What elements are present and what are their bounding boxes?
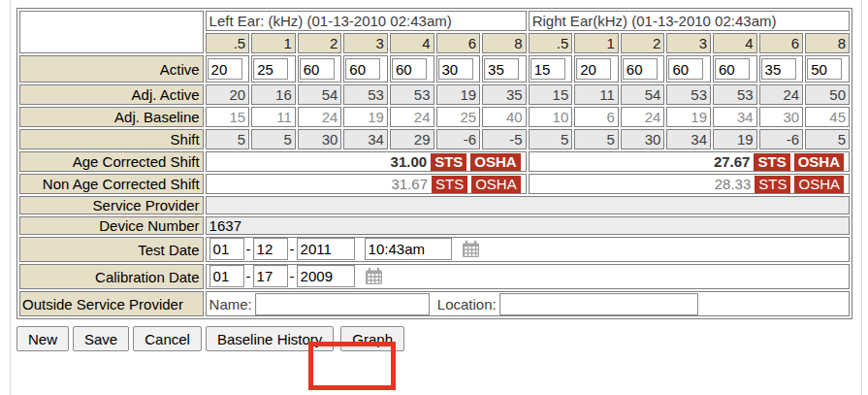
non-age-corrected-right-cell: 28.33STSOSHA bbox=[529, 174, 850, 194]
shift-left-2: 30 bbox=[298, 129, 342, 149]
sts-badge: STS bbox=[432, 176, 467, 193]
shift-left-6: -6 bbox=[436, 129, 481, 149]
active-input-left-4[interactable] bbox=[392, 58, 427, 80]
shift-left-3: 34 bbox=[343, 129, 388, 149]
non-age-corrected-left-cell: 31.67STSOSHA bbox=[206, 174, 527, 194]
test-date-cell: -- bbox=[206, 237, 850, 262]
save-button[interactable]: Save bbox=[73, 326, 129, 351]
shift-right-3: 34 bbox=[666, 129, 711, 149]
adj-baseline-left-8: 40 bbox=[482, 107, 527, 127]
active-input-left-8[interactable] bbox=[484, 58, 519, 80]
adj-active-left-1: 16 bbox=[251, 84, 296, 105]
osp-location-label: Location: bbox=[437, 296, 497, 313]
freq-right-6: 6 bbox=[759, 33, 804, 53]
outside-service-provider-row: Outside Service Provider Name:Location: bbox=[19, 291, 850, 316]
adj-active-left-8: 35 bbox=[482, 84, 527, 105]
osp-name-input[interactable] bbox=[255, 293, 430, 315]
test-date-label: Test Date bbox=[19, 237, 204, 262]
calibration-date-row: Calibration Date -- bbox=[19, 264, 850, 289]
graph-button[interactable]: Graph bbox=[340, 326, 404, 351]
adj-active-right-8: 50 bbox=[805, 84, 850, 105]
cancel-button[interactable]: Cancel bbox=[133, 326, 202, 351]
date-separator: - bbox=[246, 241, 251, 257]
freq-right-05: .5 bbox=[529, 33, 573, 53]
freq-right-4: 4 bbox=[713, 33, 757, 53]
osha-badge: OSHA bbox=[794, 176, 844, 193]
calendar-icon[interactable] bbox=[462, 245, 480, 261]
date-separator: - bbox=[290, 241, 295, 257]
left-ear-header: Left Ear: (kHz) (01-13-2010 02:43am) bbox=[206, 11, 527, 31]
non-age-corrected-left-value: 31.67 bbox=[391, 176, 428, 192]
age-corrected-left-cell: 31.00STSOSHA bbox=[206, 151, 527, 172]
adj-baseline-left-6: 25 bbox=[436, 107, 481, 127]
shift-right-4: 19 bbox=[713, 129, 757, 149]
calibration-date-cell: -- bbox=[206, 264, 850, 289]
active-input-left-2[interactable] bbox=[300, 58, 335, 80]
test-date-month-input[interactable] bbox=[209, 238, 244, 260]
adj-baseline-left-1: 11 bbox=[251, 107, 296, 127]
adj-active-left-2: 54 bbox=[298, 84, 342, 105]
freq-right-8: 8 bbox=[805, 33, 850, 53]
adj-active-right-2: 54 bbox=[621, 84, 665, 105]
active-input-left-05[interactable] bbox=[208, 58, 242, 80]
adj-baseline-right-3: 19 bbox=[666, 107, 711, 127]
device-number-value: 1637 bbox=[206, 216, 850, 235]
adj-baseline-right-1: 6 bbox=[574, 107, 619, 127]
shift-right-6: -6 bbox=[759, 129, 804, 149]
test-date-row: Test Date -- bbox=[19, 237, 850, 262]
adj-active-row: Adj. Active 20 16 54 53 53 19 35 15 11 5… bbox=[19, 84, 850, 105]
freq-left-4: 4 bbox=[390, 33, 434, 53]
baseline-history-button[interactable]: Baseline History bbox=[206, 326, 334, 351]
calendar-icon[interactable] bbox=[365, 272, 383, 288]
test-date-year-input[interactable] bbox=[297, 238, 355, 260]
calibration-month-input[interactable] bbox=[209, 265, 244, 287]
calibration-day-input[interactable] bbox=[253, 265, 288, 287]
corner-cell bbox=[19, 11, 204, 53]
osp-location-input[interactable] bbox=[499, 293, 698, 315]
active-input-right-4[interactable] bbox=[715, 58, 750, 80]
age-corrected-left-value: 31.00 bbox=[391, 153, 428, 170]
test-time-input[interactable] bbox=[365, 238, 452, 260]
non-age-corrected-right-value: 28.33 bbox=[715, 176, 752, 192]
age-corrected-row: Age Corrected Shift 31.00STSOSHA 27.67ST… bbox=[19, 151, 850, 172]
device-number-label: Device Number bbox=[19, 216, 204, 235]
frame-border-left bbox=[10, 0, 11, 395]
age-corrected-right-cell: 27.67STSOSHA bbox=[529, 151, 850, 172]
active-input-left-3[interactable] bbox=[345, 58, 380, 80]
adj-baseline-right-2: 24 bbox=[621, 107, 665, 127]
osha-badge: OSHA bbox=[794, 153, 844, 171]
calibration-year-input[interactable] bbox=[297, 265, 355, 287]
active-input-left-1[interactable] bbox=[253, 58, 288, 80]
adj-active-right-6: 24 bbox=[759, 84, 804, 105]
active-row: Active bbox=[19, 55, 850, 82]
active-input-right-2[interactable] bbox=[623, 58, 658, 80]
non-age-corrected-label: Non Age Corrected Shift bbox=[19, 174, 204, 194]
adj-baseline-right-4: 34 bbox=[713, 107, 757, 127]
right-ear-header: Right Ear(kHz) (01-13-2010 02:43am) bbox=[529, 11, 850, 31]
sts-badge: STS bbox=[755, 176, 790, 193]
shift-right-8: 5 bbox=[805, 129, 850, 149]
sts-badge: STS bbox=[431, 153, 466, 171]
audiogram-form: Left Ear: (kHz) (01-13-2010 02:43am) Rig… bbox=[16, 8, 852, 351]
age-corrected-right-value: 27.67 bbox=[714, 153, 751, 170]
new-button[interactable]: New bbox=[16, 326, 69, 351]
adj-baseline-label: Adj. Baseline bbox=[19, 107, 204, 127]
adj-baseline-row: Adj. Baseline 15 11 24 19 24 25 40 10 6 … bbox=[19, 107, 850, 127]
freq-right-1: 1 bbox=[574, 33, 619, 53]
shift-right-1: 5 bbox=[574, 129, 619, 149]
test-date-day-input[interactable] bbox=[253, 238, 288, 260]
active-input-right-05[interactable] bbox=[530, 58, 565, 80]
active-input-right-6[interactable] bbox=[761, 58, 796, 80]
active-input-right-8[interactable] bbox=[807, 58, 842, 80]
freq-left-8: 8 bbox=[482, 33, 527, 53]
adj-active-label: Adj. Active bbox=[19, 84, 204, 105]
adj-baseline-left-3: 19 bbox=[343, 107, 388, 127]
active-input-left-6[interactable] bbox=[438, 58, 473, 80]
active-input-right-1[interactable] bbox=[576, 58, 611, 80]
adj-baseline-left-4: 24 bbox=[390, 107, 434, 127]
active-input-right-3[interactable] bbox=[668, 58, 703, 80]
adj-active-right-1: 11 bbox=[574, 84, 619, 105]
freq-left-6: 6 bbox=[436, 33, 481, 53]
date-separator: - bbox=[290, 268, 295, 284]
freq-left-3: 3 bbox=[343, 33, 388, 53]
